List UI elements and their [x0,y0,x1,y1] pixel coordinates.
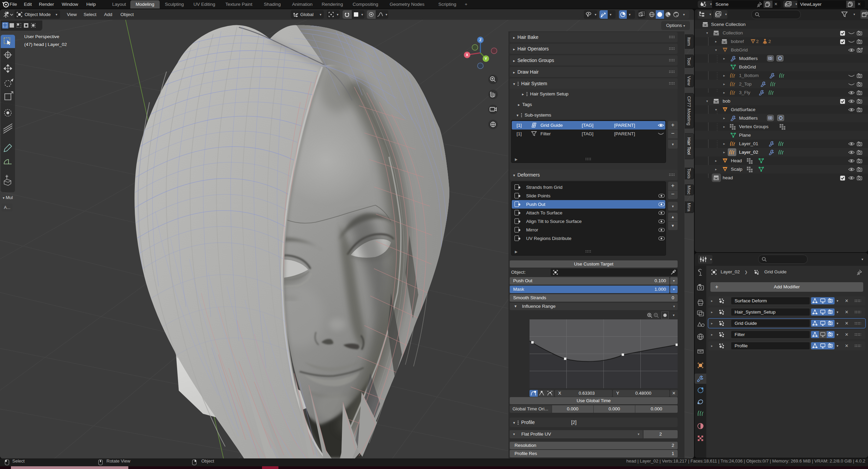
svg-text:X: X [466,53,468,57]
svg-text:Z: Z [479,38,482,42]
svg-text:Y: Y [484,57,487,61]
